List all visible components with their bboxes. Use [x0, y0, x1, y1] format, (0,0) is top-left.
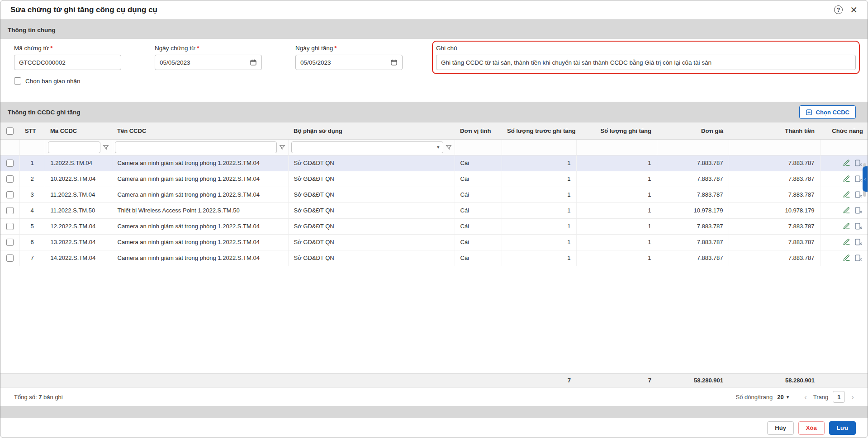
col-so-luong-ghi-tang: Số lượng ghi tăng — [576, 122, 657, 139]
filter-funnel-icon[interactable] — [103, 144, 109, 151]
cell-stt: 2 — [19, 171, 45, 187]
cell-thanh-tien: 7.883.787 — [729, 155, 820, 171]
save-button[interactable]: Lưu — [829, 421, 856, 435]
remove-row-icon[interactable] — [854, 222, 862, 230]
row-checkbox[interactable] — [6, 239, 14, 246]
bottom-gray-gap — [0, 406, 868, 418]
edit-row-icon[interactable] — [843, 191, 850, 198]
table-empty-area — [0, 266, 868, 373]
ngay-ghi-tang-input[interactable] — [300, 59, 387, 66]
calendar-icon[interactable] — [390, 59, 398, 66]
row-checkbox[interactable] — [6, 207, 14, 214]
col-ten-ccdc: Tên CCDC — [112, 122, 288, 139]
edit-row-icon[interactable] — [843, 207, 850, 214]
total-unit: bản ghi — [43, 394, 63, 400]
ccdc-section-band: Thông tin CCDC ghi tăng Chọn CCDC — [0, 102, 868, 122]
cell-thanh-tien: 7.883.787 — [729, 171, 820, 187]
cell-stt: 3 — [19, 187, 45, 203]
edit-row-icon[interactable] — [843, 254, 850, 262]
table-row[interactable]: 714.2022.S.TM.04Camera an ninh giám sát … — [0, 250, 868, 266]
remove-row-icon[interactable] — [854, 175, 862, 183]
cell-so-luong-ghi-tang: 1 — [576, 187, 657, 203]
remove-row-icon[interactable] — [854, 207, 862, 214]
calendar-icon[interactable] — [250, 59, 257, 66]
cell-don-vi-tinh: Cái — [455, 155, 502, 171]
general-form-panel: Mã chứng từ* Ngày chứng từ* Ngày ghi tăn… — [0, 39, 868, 102]
row-checkbox[interactable] — [6, 191, 14, 198]
cell-actions — [820, 218, 868, 234]
select-all-checkbox[interactable] — [6, 127, 14, 135]
help-icon[interactable]: ? — [834, 5, 843, 14]
table-row[interactable]: 11.2022.S.TM.04Camera an ninh giám sát t… — [0, 155, 868, 171]
bo-phan-filter-select[interactable]: ▾ — [291, 141, 443, 153]
ma-chung-tu-input[interactable] — [19, 59, 116, 66]
cell-bo-phan-su-dung: Sở GD&ĐT QN — [288, 250, 455, 266]
remove-row-icon[interactable] — [854, 159, 862, 167]
cell-so-luong-truoc-ghi-tang: 1 — [502, 203, 576, 218]
chon-ccdc-button[interactable]: Chọn CCDC — [799, 105, 856, 119]
remove-row-icon[interactable] — [854, 254, 862, 262]
cell-don-vi-tinh: Cái — [455, 218, 502, 234]
cell-thanh-tien: 7.883.787 — [729, 234, 820, 250]
edit-row-icon[interactable] — [843, 175, 850, 183]
ma-ccdc-filter-input[interactable] — [48, 141, 100, 153]
rows-per-page-select[interactable]: 20 ▾ — [777, 394, 789, 400]
cell-select — [0, 171, 19, 187]
cell-so-luong-ghi-tang: 1 — [576, 234, 657, 250]
next-page-icon[interactable]: › — [849, 393, 856, 401]
table-header-row: STT Mã CCDC Tên CCDC Bộ phận sử dụng Đơn… — [0, 122, 868, 139]
remove-row-icon[interactable] — [854, 191, 862, 198]
row-checkbox[interactable] — [6, 254, 14, 262]
ma-chung-tu-label: Mã chứng từ — [14, 45, 49, 52]
cell-don-vi-tinh: Cái — [455, 187, 502, 203]
table-row[interactable]: 210.2022.S.TM.04Camera an ninh giám sát … — [0, 171, 868, 187]
col-don-vi-tinh: Đơn vị tính — [455, 122, 502, 139]
col-stt: STT — [19, 122, 45, 139]
side-panel-toggle[interactable]: ‹ — [863, 166, 868, 192]
edit-row-icon[interactable] — [843, 222, 850, 230]
checkbox-box[interactable] — [14, 77, 21, 85]
cell-select — [0, 155, 19, 171]
current-page-box[interactable]: 1 — [833, 391, 845, 403]
ten-ccdc-filter-input[interactable] — [115, 141, 277, 153]
cell-bo-phan-su-dung: Sở GD&ĐT QN — [288, 218, 455, 234]
prev-page-icon[interactable]: ‹ — [802, 393, 809, 401]
edit-row-icon[interactable] — [843, 238, 850, 246]
cell-stt: 1 — [19, 155, 45, 171]
table-row[interactable]: 411.2022.S.TM.50Thiết bị Wireless Access… — [0, 203, 868, 218]
ghi-chu-label: Ghi chú — [436, 45, 856, 52]
row-checkbox[interactable] — [6, 223, 14, 230]
cell-don-vi-tinh: Cái — [455, 171, 502, 187]
table-row[interactable]: 512.2022.S.TM.04Camera an ninh giám sát … — [0, 218, 868, 234]
dialog-titlebar: Sửa chứng từ ghi tăng công cụ dụng cụ ? … — [0, 0, 868, 19]
ngay-chung-tu-input[interactable] — [160, 59, 246, 66]
cell-bo-phan-su-dung: Sở GD&ĐT QN — [288, 187, 455, 203]
filter-funnel-icon[interactable] — [279, 144, 285, 151]
ghi-chu-input[interactable] — [441, 59, 851, 66]
edit-row-icon[interactable] — [843, 159, 850, 167]
cell-so-luong-truoc-ghi-tang: 1 — [502, 187, 576, 203]
col-thanh-tien: Thành tiền — [729, 122, 820, 139]
cell-actions — [820, 155, 868, 171]
filter-funnel-icon[interactable] — [446, 144, 452, 151]
cell-so-luong-ghi-tang: 1 — [576, 203, 657, 218]
col-so-luong-truoc-ghi-tang: Số lượng trước ghi tăng — [502, 122, 576, 139]
close-icon[interactable]: ✕ — [850, 5, 858, 14]
pagination-bar: Tổng số: 7 bản ghi Số dòng/trang 20 ▾ ‹ … — [0, 387, 868, 406]
cell-so-luong-truoc-ghi-tang: 1 — [502, 218, 576, 234]
table-row[interactable]: 311.2022.S.TM.04Camera an ninh giám sát … — [0, 187, 868, 203]
row-checkbox[interactable] — [6, 175, 14, 183]
chon-ban-giao-nhan-checkbox[interactable]: Chọn ban giao nhận — [14, 77, 81, 85]
delete-button[interactable]: Xóa — [798, 421, 825, 435]
col-bo-phan-su-dung: Bộ phận sử dụng — [288, 122, 455, 139]
remove-row-icon[interactable] — [854, 238, 862, 246]
field-ngay-chung-tu: Ngày chứng từ* — [155, 45, 262, 70]
cell-select — [0, 234, 19, 250]
cancel-button[interactable]: Hủy — [767, 421, 794, 435]
cell-actions — [820, 171, 868, 187]
table-row[interactable]: 613.2022.S.TM.04Camera an ninh giám sát … — [0, 234, 868, 250]
caret-down-icon: ▾ — [787, 394, 789, 400]
row-checkbox[interactable] — [6, 160, 14, 167]
cell-bo-phan-su-dung: Sở GD&ĐT QN — [288, 155, 455, 171]
ccdc-section-title: Thông tin CCDC ghi tăng — [8, 109, 80, 116]
